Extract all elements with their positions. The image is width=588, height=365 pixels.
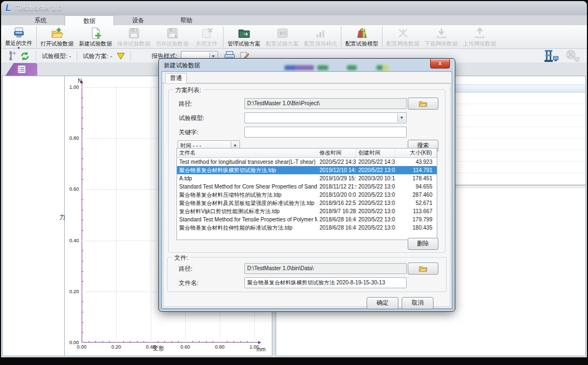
- download-network-data-button[interactable]: 下载网络数据: [422, 25, 460, 48]
- minor-tick: [82, 158, 83, 159]
- save-as-test-data-button[interactable]: 另存试验数据: [153, 25, 191, 48]
- table-cell: 2020/5/22 13:06: [356, 207, 395, 215]
- app-logo-icon: L: [5, 3, 11, 13]
- minor-tick: [82, 98, 83, 98]
- file-name-label: 文件名:: [179, 279, 198, 287]
- toolbar-button-label: 管理试验方案: [227, 40, 260, 48]
- y-tick-label: 1.00: [62, 84, 79, 90]
- dialog-client: 普通 方案列表: 路径: D:\TestMaster 1.0\Bin\Proje…: [162, 71, 452, 309]
- tab-data[interactable]: 数据: [65, 15, 114, 26]
- table-row[interactable]: 聚合物基复合材料及其层板短梁强度的标准试验方法.tdp2018/9/16 22:…: [177, 199, 437, 207]
- manage-scheme-button[interactable]: 管理试验方案: [225, 25, 263, 48]
- refresh-icon[interactable]: [20, 51, 30, 61]
- table-cell: 2018/9/16 22:54: [317, 199, 356, 207]
- dialog-title-bar[interactable]: 新建试验数据 x: [159, 59, 454, 71]
- minor-tick: [82, 199, 83, 200]
- dialog-close-button[interactable]: x: [430, 59, 450, 69]
- table-cell: 94.655: [395, 182, 437, 191]
- table-cell: 2020/5/22 13:06: [356, 182, 395, 191]
- configure-network-data-button[interactable]: 配置网络数据: [384, 25, 422, 48]
- cancel-button[interactable]: 取消: [402, 297, 433, 309]
- quickbar-separator: [130, 51, 131, 61]
- test-model-select[interactable]: ▼: [244, 112, 407, 123]
- screenshot-root: { "window": { "title": "TestMaster 1.0",…: [0, 0, 588, 365]
- toolbar-button-label: 关闭文件: [196, 40, 218, 48]
- table-row[interactable]: Test method for longitudinal transverse …: [177, 158, 437, 166]
- tab-general[interactable]: 普通: [165, 73, 187, 83]
- table-row[interactable]: 聚合物基复合材料压缩特性的试验方法.tdp2018/10/20 0:022020…: [177, 191, 437, 199]
- file-table[interactable]: 文件名修改时间创建时间大小(KB) Test method for longit…: [176, 148, 437, 240]
- new-test-data-button[interactable]: 新建试验数据: [76, 25, 115, 48]
- file-path-input[interactable]: D:\TestMaster 1.0\bin\Data\: [244, 263, 407, 274]
- minor-tick: [82, 250, 83, 251]
- table-cell: 聚合物基复合材料纵横剪切试验方法.tdp: [177, 166, 317, 174]
- table-row[interactable]: 复合材料V缺口剪切性能测试标准方法.tdp2018/9/7 16:282020/…: [177, 207, 437, 215]
- recent-files-button[interactable]: 最近的文件 ▼: [2, 25, 35, 48]
- table-cell: 聚合物基复合材料拉伸性能的标准试验方法.tdp: [177, 224, 317, 232]
- dialog-title: 新建试验数据: [164, 61, 200, 70]
- table-row[interactable]: Standard Test Method for Tensile Propert…: [177, 215, 437, 224]
- tab-device[interactable]: 设备: [114, 15, 162, 25]
- glass-reflection: [284, 65, 296, 70]
- ribbon-tab-row: 系统 数据 设备 帮助: [1, 15, 587, 25]
- keyword-input[interactable]: [244, 127, 407, 138]
- minor-tick: [82, 281, 83, 282]
- glass-reflection: [317, 65, 328, 70]
- table-cell: 2018/6/28 16:43: [317, 224, 356, 232]
- table-cell: 2020/5/22 13:06: [356, 166, 395, 174]
- column-header[interactable]: 文件名: [177, 149, 317, 157]
- configure-scheme-button[interactable]: P 配置试验方案: [263, 25, 301, 48]
- minor-tick: [82, 210, 83, 210]
- ribbon-toolbar: 最近的文件 ▼ 打开试验数据 新建试验数据 保存试验数据 另存试验: [1, 25, 587, 49]
- open-test-data-button[interactable]: 打开试验数据: [38, 25, 76, 48]
- close-file-button[interactable]: 关闭文件: [191, 25, 222, 48]
- scheme-list-group-title: 方案列表:: [173, 86, 203, 94]
- curve-list-panel[interactable]: [2, 76, 65, 356]
- save-as-icon: [166, 26, 179, 39]
- file-path-browse-button[interactable]: [408, 263, 438, 275]
- scheme-path-input[interactable]: D:\TestMaster 1.0\Bin\Project\: [244, 98, 407, 109]
- network-disconnect-icon[interactable]: [564, 49, 580, 63]
- save-test-data-button[interactable]: 保存试验数据: [115, 25, 153, 48]
- filter-icon[interactable]: [117, 53, 125, 60]
- file-name-input[interactable]: 聚合物基复合材料纵横剪切试验方法 2020-8-19-15-30-13: [244, 277, 407, 288]
- column-header[interactable]: 创建时间: [356, 149, 395, 157]
- minor-tick: [247, 341, 248, 343]
- table-row[interactable]: 聚合物基复合材料拉伸性能的标准试验方法.tdp2018/6/28 16:4320…: [177, 224, 437, 232]
- column-header[interactable]: 大小(KB): [395, 149, 437, 157]
- minor-tick: [199, 341, 199, 343]
- new-test-data-dialog: 新建试验数据 x 普通 方案列表: 路径: D:\TestMaster 1.0\…: [159, 59, 455, 311]
- minor-tick: [158, 341, 158, 343]
- scheme-path-browse-button[interactable]: [408, 98, 438, 110]
- toolbar-button-label: 保存试验数据: [117, 40, 150, 48]
- minor-tick: [82, 128, 83, 129]
- ok-button[interactable]: 确定: [367, 297, 398, 309]
- configure-report-style-button[interactable]: 配置报告样式: [301, 25, 340, 48]
- scheme-list-group: 方案列表: 路径: D:\TestMaster 1.0\Bin\Project\…: [168, 89, 446, 253]
- table-row[interactable]: A.tdp2019/10/29 15:432020/3/20 10:15178.…: [177, 174, 437, 182]
- table-cell: 180.435: [395, 224, 437, 232]
- configure-scheme-icon: P: [276, 26, 289, 39]
- chevron-down-icon: ▼: [17, 47, 21, 49]
- window-title: TestMaster 1.0: [16, 4, 62, 12]
- tab-help[interactable]: 帮助: [162, 15, 210, 25]
- table-row[interactable]: 聚合物基复合材料纵横剪切试验方法.tdp2019/12/10 14:232020…: [177, 166, 437, 174]
- tab-system[interactable]: 系统: [16, 15, 65, 25]
- minor-tick: [82, 271, 83, 272]
- toolbar-button-label: 另存试验数据: [156, 40, 189, 48]
- upload-network-data-button[interactable]: 上传网络数据: [460, 25, 499, 48]
- x-axis-unit: mm: [256, 346, 266, 352]
- table-row[interactable]: Standard Test Method for Core Shear Prop…: [177, 182, 437, 191]
- recent-files-icon: [13, 26, 25, 39]
- configure-test-model-button[interactable]: 配置试验模型: [342, 25, 381, 48]
- document-tab[interactable]: [5, 63, 37, 76]
- specimen-icon[interactable]: [5, 50, 16, 61]
- column-header[interactable]: 修改时间: [317, 149, 356, 157]
- svg-text:P: P: [279, 30, 283, 36]
- toolbar-button-label: 上传网络数据: [463, 40, 496, 48]
- machine-connect-icon[interactable]: [543, 49, 559, 63]
- folder-icon: [419, 265, 427, 272]
- minor-tick: [164, 341, 165, 343]
- minor-tick: [89, 341, 89, 343]
- delete-button[interactable]: 删除: [408, 238, 438, 250]
